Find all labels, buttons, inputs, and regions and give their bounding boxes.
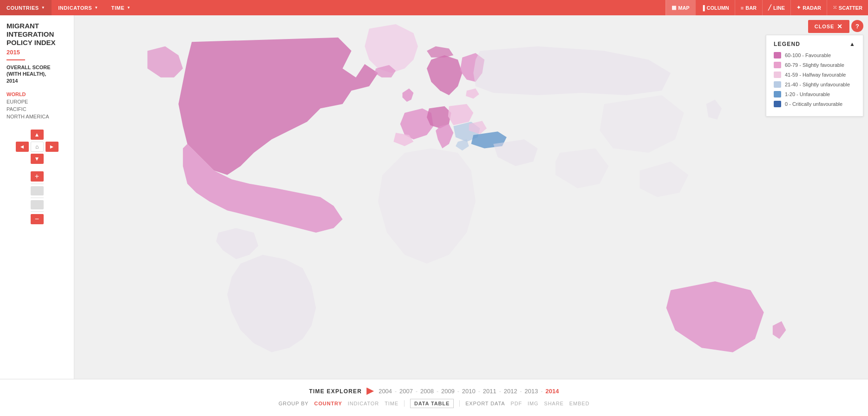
year-2014[interactable]: 2014 [546,388,559,395]
top-navbar: COUNTRIES ▼ INDICATORS ▼ TIME ▼ ▦ MAP ▐ … [0,0,868,15]
pan-up-button[interactable]: ▲ [31,130,44,140]
group-by-indicator[interactable]: INDICATOR [348,401,379,406]
legend-label-slightly-fav: 60-79 - Slightly favourable [785,62,844,68]
legend-item-critically: 0 - Critically unfavourable [774,101,855,107]
time-explorer-play-button[interactable] [366,388,374,395]
chart-btn-map[interactable]: ▦ MAP [666,0,695,15]
region-europe[interactable]: EUROPE [7,98,67,105]
scatter-icon: ⁙ [833,5,837,11]
year-2009[interactable]: 2009 [441,388,455,395]
legend-panel: LEGEND ▲ 60-100 - Favourable 60-79 - Sli… [766,35,863,117]
legend-item-slightly-unfav: 21-40 - Slightly unfavourable [774,81,855,88]
region-north-america[interactable]: NORTH AMERICA [7,113,67,120]
nav-indicators[interactable]: INDICATORS ▼ [52,0,104,15]
region-list: WORLD EUROPE PACIFIC NORTH AMERICA [7,91,67,120]
legend-swatch-unfav [774,91,781,98]
img-button[interactable]: IMG [528,401,538,406]
time-explorer-row: TIME EXPLORER 2004 - 2007 - 2008 - 2009 … [309,388,559,395]
pan-right-button[interactable]: ► [46,142,59,152]
group-by-row: GROUP BY COUNTRY INDICATOR TIME DATA TAB… [279,399,590,408]
pdf-button[interactable]: PDF [510,401,522,406]
map-controls: ▲ ◄ ⌂ ► ▼ + − [7,130,67,224]
world-map [74,15,868,379]
chart-btn-bar[interactable]: ≡ BAR [735,0,762,15]
legend-label-halfway: 41-59 - Halfway favourable [785,72,846,78]
legend-item-unfav: 1-20 - Unfavourable [774,91,855,98]
time-explorer-label: TIME EXPLORER [309,388,362,395]
nav-left: COUNTRIES ▼ INDICATORS ▼ TIME ▼ [0,0,137,15]
embed-button[interactable]: EMBED [569,401,590,406]
help-button[interactable]: ? [851,20,863,32]
year-2004[interactable]: 2004 [379,388,392,395]
share-button[interactable]: SHARE [544,401,563,406]
close-x-icon: ✕ [837,23,843,30]
legend-title: LEGEND ▲ [774,41,855,47]
indicators-caret-icon: ▼ [94,6,98,10]
app-year: 2015 [7,49,67,56]
zoom-in-button[interactable]: + [31,171,44,182]
app-title: MIGRANT INTEGRATION POLICY INDEX [7,22,67,47]
legend-swatch-critically [774,101,781,107]
line-icon: ╱ [768,5,771,11]
chart-btn-line[interactable]: ╱ LINE [762,0,790,15]
legend-collapse-icon[interactable]: ▲ [849,41,855,47]
year-2010[interactable]: 2010 [462,388,476,395]
nav-right: ▦ MAP ▐ COLUMN ≡ BAR ╱ LINE ✦ RADAR ⁙ SC… [666,0,868,15]
map-icon: ▦ [672,5,676,11]
chart-btn-scatter[interactable]: ⁙ SCATTER [827,0,868,15]
group-by-label: GROUP BY [279,401,309,406]
zoom-out-button[interactable]: − [31,214,44,224]
map-area [74,15,868,379]
bottom-bar: TIME EXPLORER 2004 - 2007 - 2008 - 2009 … [0,379,868,416]
legend-item-favourable: 60-100 - Favourable [774,52,855,58]
group-by-country[interactable]: COUNTRY [314,401,342,406]
countries-caret-icon: ▼ [41,6,45,10]
radar-icon: ✦ [796,5,801,11]
legend-swatch-halfway [774,72,781,78]
legend-label-critically: 0 - Critically unfavourable [785,101,842,107]
legend-label-favourable: 60-100 - Favourable [785,52,831,58]
chart-btn-column[interactable]: ▐ COLUMN [695,0,735,15]
legend-swatch-favourable [774,52,781,58]
close-button[interactable]: CLOSE ✕ [808,20,849,33]
year-2012[interactable]: 2012 [504,388,517,395]
bar-icon: ≡ [741,5,744,11]
legend-label-unfav: 1-20 - Unfavourable [785,91,830,97]
year-2007[interactable]: 2007 [399,388,413,395]
region-world[interactable]: WORLD [7,91,67,98]
nav-time[interactable]: TIME ▼ [105,0,137,15]
legend-swatch-slightly-unfav [774,81,781,88]
year-2008[interactable]: 2008 [420,388,434,395]
chart-btn-radar[interactable]: ✦ RADAR [790,0,827,15]
group-by-time[interactable]: TIME [385,401,398,406]
sidebar-divider [7,59,25,60]
nav-countries[interactable]: COUNTRIES ▼ [0,0,52,15]
region-pacific[interactable]: PACIFIC [7,105,67,113]
group-row-divider2 [459,400,460,407]
year-2013[interactable]: 2013 [525,388,538,395]
time-explorer-years: 2004 - 2007 - 2008 - 2009 - 2010 - 2011 … [379,388,559,395]
data-table-button[interactable]: DATA TABLE [410,399,454,408]
group-row-divider [404,400,405,407]
sidebar: MIGRANT INTEGRATION POLICY INDEX 2015 OV… [0,15,74,416]
legend-swatch-slightly-fav [774,62,781,68]
legend-item-halfway: 41-59 - Halfway favourable [774,72,855,78]
time-caret-icon: ▼ [127,6,131,10]
export-data-label: EXPORT DATA [465,401,505,406]
year-2011[interactable]: 2011 [483,388,496,395]
legend-label-slightly-unfav: 21-40 - Slightly unfavourable [785,82,850,87]
legend-item-slightly-fav: 60-79 - Slightly favourable [774,62,855,68]
home-button[interactable]: ⌂ [31,142,44,152]
pan-down-button[interactable]: ▼ [31,154,44,164]
column-icon: ▐ [701,5,705,11]
score-label: OVERALL SCORE(WITH HEALTH),2014 [7,64,67,84]
pan-left-button[interactable]: ◄ [16,142,29,152]
